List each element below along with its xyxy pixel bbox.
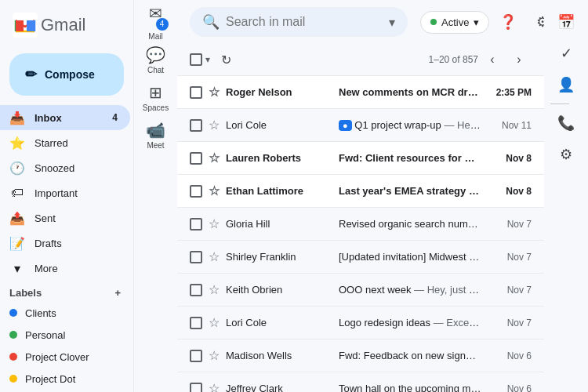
clients-dot xyxy=(9,309,17,317)
email-toolbar: ▾ ↻ 1–20 of 857 ‹ › xyxy=(177,44,544,76)
right-panel-divider xyxy=(550,103,569,104)
star-icon[interactable]: ☆ xyxy=(209,151,220,165)
label-item-project-dot[interactable]: Project Dot xyxy=(0,368,130,390)
contacts-panel-button[interactable]: 👤 xyxy=(550,69,582,100)
email-row[interactable]: ☆ Lori Cole ● Q1 project wrap-up — Here'… xyxy=(177,109,544,142)
email-row[interactable]: ☆ Keith Obrien OOO next week — Hey, just… xyxy=(177,274,544,307)
phone-panel-button[interactable]: 📞 xyxy=(550,107,582,139)
refresh-button[interactable]: ↻ xyxy=(213,47,238,72)
email-time: Nov 8 xyxy=(485,153,532,164)
email-subject: New comments on MCR draft presentation —… xyxy=(339,86,481,98)
labels-add-button[interactable]: + xyxy=(114,287,121,299)
mini-sidebar-mail[interactable]: ✉ 4 Mail xyxy=(140,3,172,41)
star-icon[interactable]: ☆ xyxy=(209,249,220,264)
email-subject: [Updated invitation] Midwest retail sale… xyxy=(339,251,481,263)
sidebar-item-label: Snoozed xyxy=(34,162,74,174)
compose-icon: ✏ xyxy=(25,66,37,83)
email-sender: Shirley Franklin xyxy=(226,251,336,263)
email-checkbox[interactable] xyxy=(190,284,202,296)
star-icon[interactable]: ☆ xyxy=(209,348,220,363)
sidebar-item-label: Sent xyxy=(34,212,56,224)
sidebar-item-snoozed[interactable]: 🕐 Snoozed xyxy=(0,155,130,180)
active-status-label: Active xyxy=(441,16,469,28)
search-icon: 🔍 xyxy=(202,13,220,31)
tasks-panel-button[interactable]: ✓ xyxy=(550,38,582,69)
star-icon[interactable]: ☆ xyxy=(209,216,220,231)
sidebar-item-more[interactable]: ▾ More xyxy=(0,256,130,281)
settings-button[interactable]: ⚙ xyxy=(527,6,544,38)
inbox-nav-icon: 📥 xyxy=(9,111,25,125)
help-button[interactable]: ❓ xyxy=(492,6,524,38)
email-row[interactable]: ☆ Ethan Lattimore Last year's EMEA strat… xyxy=(177,175,544,208)
meet-label: Meet xyxy=(147,141,164,150)
select-dropdown-icon[interactable]: ▾ xyxy=(205,54,210,65)
email-time: Nov 7 xyxy=(485,252,532,263)
starred-nav-icon: ⭐ xyxy=(9,136,25,151)
email-checkbox[interactable] xyxy=(190,251,202,263)
star-icon[interactable]: ☆ xyxy=(209,183,220,198)
star-icon[interactable]: ☆ xyxy=(209,282,220,297)
sidebar-item-sent[interactable]: 📤 Sent xyxy=(0,205,130,230)
email-sender: Gloria Hill xyxy=(226,218,336,230)
gmail-logo-text: Gmail xyxy=(41,15,85,35)
select-all-checkbox[interactable] xyxy=(190,53,202,66)
labels-list: Clients Personal Project Clover Project … xyxy=(0,302,133,392)
snoozed-nav-icon: 🕐 xyxy=(9,161,25,176)
search-dropdown-icon[interactable]: ▾ xyxy=(389,15,395,30)
mini-sidebar-chat[interactable]: 💬 Chat xyxy=(140,41,172,78)
sidebar: Gmail ✏ Compose 📥 Inbox 4⭐ Starred 🕐 Sno… xyxy=(0,0,133,392)
email-sender: Ethan Lattimore xyxy=(226,185,336,197)
star-icon[interactable]: ☆ xyxy=(209,315,220,330)
email-checkbox[interactable] xyxy=(190,317,202,329)
email-checkbox[interactable] xyxy=(190,383,202,393)
email-row[interactable]: ☆ Roger Nelson New comments on MCR draft… xyxy=(177,76,544,109)
email-snippet: — Here's a list of all the top challenge… xyxy=(444,119,481,131)
star-icon[interactable]: ☆ xyxy=(209,85,220,100)
label-name: Project Clover xyxy=(25,351,89,363)
star-icon[interactable]: ☆ xyxy=(209,381,220,392)
email-subject: Fwd: Client resources for Q3 — Ryan, her… xyxy=(339,152,481,164)
search-input[interactable] xyxy=(226,15,383,29)
email-checkbox[interactable] xyxy=(190,185,202,198)
email-checkbox[interactable] xyxy=(190,86,202,99)
sidebar-item-important[interactable]: 🏷 Important xyxy=(0,180,130,205)
subject-text: Q1 project wrap-up xyxy=(354,119,441,131)
email-sender: Lori Cole xyxy=(226,119,336,131)
label-item-clients[interactable]: Clients xyxy=(0,302,130,324)
sidebar-item-starred[interactable]: ⭐ Starred xyxy=(0,130,130,155)
email-checkbox[interactable] xyxy=(190,350,202,362)
email-row[interactable]: ☆ Madison Wells Fwd: Feedback on new sig… xyxy=(177,339,544,372)
subject-text: OOO next week xyxy=(339,284,411,296)
pagination-nav: 1–20 of 857 ‹ › xyxy=(429,47,532,72)
email-row[interactable]: ☆ Shirley Franklin [Updated invitation] … xyxy=(177,241,544,274)
subject-text: Last year's EMEA strategy deck xyxy=(339,185,481,197)
email-checkbox[interactable] xyxy=(190,119,202,132)
subject-text: Fwd: Feedback on new signup experience xyxy=(339,350,481,361)
calendar-panel-button[interactable]: 📅 xyxy=(550,6,582,38)
email-snippet: — Ryan, here's the doc with all the clie… xyxy=(481,152,481,164)
email-subject: OOO next week — Hey, just wanted to give… xyxy=(339,284,481,296)
sidebar-item-drafts[interactable]: 📝 Drafts xyxy=(0,230,130,256)
email-row[interactable]: ☆ Gloria Hill Revised organic search num… xyxy=(177,208,544,241)
svg-rect-2 xyxy=(27,20,34,31)
email-checkbox[interactable] xyxy=(190,152,202,165)
email-subject: Logo redesign ideas — Excellent. Do you … xyxy=(339,317,481,328)
mini-sidebar-meet[interactable]: 📹 Meet xyxy=(140,116,172,154)
prev-page-button[interactable]: ‹ xyxy=(480,47,505,72)
email-row[interactable]: ☆ Lori Cole Logo redesign ideas — Excell… xyxy=(177,307,544,339)
star-icon[interactable]: ☆ xyxy=(209,118,220,132)
email-row[interactable]: ☆ Jeffrey Clark Town hall on the upcomin… xyxy=(177,372,544,392)
label-item-personal[interactable]: Personal xyxy=(0,324,130,346)
label-item-project-clover[interactable]: Project Clover xyxy=(0,346,130,368)
sidebar-item-inbox[interactable]: 📥 Inbox 4 xyxy=(0,105,130,130)
active-status-badge[interactable]: Active ▾ xyxy=(420,11,489,34)
compose-button[interactable]: ✏ Compose xyxy=(9,53,124,96)
settings-panel-button[interactable]: ⚙ xyxy=(550,139,582,170)
subject-text: Logo redesign ideas xyxy=(339,317,430,328)
compose-label: Compose xyxy=(45,68,95,81)
email-subject: ● Q1 project wrap-up — Here's a list of … xyxy=(339,119,481,131)
email-row[interactable]: ☆ Lauren Roberts Fwd: Client resources f… xyxy=(177,142,544,175)
mini-sidebar-spaces[interactable]: ⊞ Spaces xyxy=(140,78,172,116)
next-page-button[interactable]: › xyxy=(506,47,532,72)
email-checkbox[interactable] xyxy=(190,218,202,230)
